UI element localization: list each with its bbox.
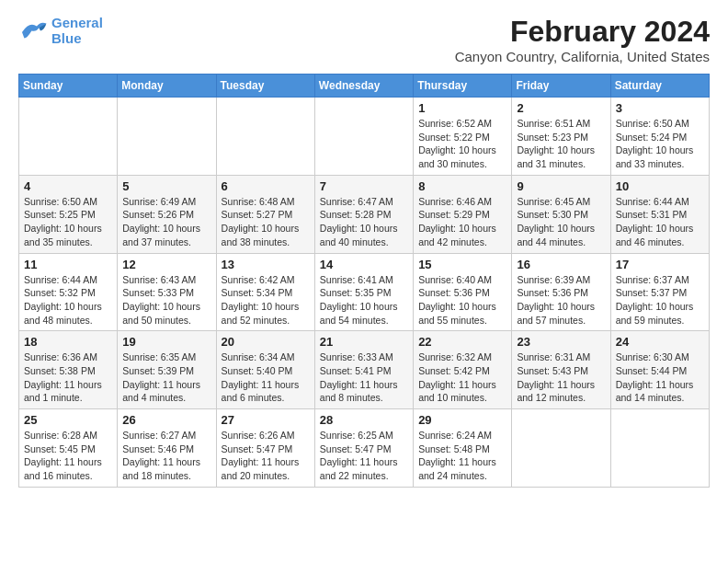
day-number: 21 [320, 335, 408, 349]
calendar-cell: 27Sunrise: 6:26 AM Sunset: 5:47 PM Dayli… [216, 409, 314, 488]
day-number: 1 [418, 101, 506, 115]
month-year-title: February 2024 [455, 15, 710, 49]
weekday-header-saturday: Saturday [610, 75, 709, 98]
day-info: Sunrise: 6:39 AM Sunset: 5:36 PM Dayligh… [517, 273, 605, 327]
calendar-cell: 5Sunrise: 6:49 AM Sunset: 5:26 PM Daylig… [118, 175, 216, 253]
day-info: Sunrise: 6:34 AM Sunset: 5:40 PM Dayligh… [222, 350, 310, 405]
day-number: 10 [616, 179, 704, 193]
calendar-table: SundayMondayTuesdayWednesdayThursdayFrid… [18, 74, 710, 488]
day-info: Sunrise: 6:45 AM Sunset: 5:30 PM Dayligh… [517, 195, 605, 249]
header: General Blue February 2024 Canyon Countr… [18, 15, 710, 64]
day-number: 20 [222, 335, 310, 349]
calendar-week-row: 25Sunrise: 6:28 AM Sunset: 5:45 PM Dayli… [19, 409, 710, 488]
calendar-cell: 24Sunrise: 6:30 AM Sunset: 5:44 PM Dayli… [610, 331, 709, 409]
title-area: February 2024 Canyon Country, California… [455, 15, 710, 64]
day-number: 2 [517, 101, 605, 115]
calendar-cell [19, 98, 118, 176]
day-number: 26 [122, 413, 210, 427]
calendar-cell: 15Sunrise: 6:40 AM Sunset: 5:36 PM Dayli… [414, 253, 512, 331]
calendar-cell [216, 98, 314, 176]
location-subtitle: Canyon Country, California, United State… [455, 49, 710, 64]
day-info: Sunrise: 6:52 AM Sunset: 5:22 PM Dayligh… [418, 117, 506, 171]
weekday-header-row: SundayMondayTuesdayWednesdayThursdayFrid… [19, 75, 710, 98]
day-number: 5 [122, 179, 210, 193]
calendar-cell: 17Sunrise: 6:37 AM Sunset: 5:37 PM Dayli… [610, 253, 709, 331]
calendar-cell: 3Sunrise: 6:50 AM Sunset: 5:24 PM Daylig… [610, 98, 709, 176]
day-info: Sunrise: 6:43 AM Sunset: 5:33 PM Dayligh… [122, 273, 210, 327]
day-number: 25 [24, 413, 112, 427]
day-info: Sunrise: 6:50 AM Sunset: 5:24 PM Dayligh… [616, 117, 704, 171]
day-number: 17 [616, 258, 704, 271]
calendar-cell: 21Sunrise: 6:33 AM Sunset: 5:41 PM Dayli… [314, 331, 413, 409]
calendar-week-row: 18Sunrise: 6:36 AM Sunset: 5:38 PM Dayli… [19, 331, 710, 409]
day-number: 27 [222, 413, 310, 427]
calendar-cell: 29Sunrise: 6:24 AM Sunset: 5:48 PM Dayli… [414, 409, 512, 488]
day-info: Sunrise: 6:50 AM Sunset: 5:25 PM Dayligh… [24, 195, 112, 249]
day-number: 19 [122, 335, 210, 349]
calendar-cell: 16Sunrise: 6:39 AM Sunset: 5:36 PM Dayli… [512, 253, 610, 331]
calendar-cell: 11Sunrise: 6:44 AM Sunset: 5:32 PM Dayli… [19, 253, 118, 331]
day-number: 12 [122, 258, 210, 271]
calendar-cell: 22Sunrise: 6:32 AM Sunset: 5:42 PM Dayli… [414, 331, 512, 409]
day-info: Sunrise: 6:25 AM Sunset: 5:47 PM Dayligh… [320, 429, 408, 483]
day-number: 22 [418, 335, 506, 349]
calendar-cell: 12Sunrise: 6:43 AM Sunset: 5:33 PM Dayli… [118, 253, 216, 331]
day-info: Sunrise: 6:32 AM Sunset: 5:42 PM Dayligh… [418, 350, 506, 405]
calendar-cell [512, 409, 610, 488]
day-info: Sunrise: 6:46 AM Sunset: 5:29 PM Dayligh… [418, 195, 506, 249]
day-info: Sunrise: 6:47 AM Sunset: 5:28 PM Dayligh… [320, 195, 408, 249]
calendar-cell [314, 98, 413, 176]
weekday-header-monday: Monday [118, 75, 216, 98]
day-info: Sunrise: 6:26 AM Sunset: 5:47 PM Dayligh… [222, 429, 310, 483]
weekday-header-friday: Friday [512, 75, 610, 98]
day-number: 9 [517, 179, 605, 193]
day-number: 28 [320, 413, 408, 427]
calendar-cell: 18Sunrise: 6:36 AM Sunset: 5:38 PM Dayli… [19, 331, 118, 409]
calendar-cell: 1Sunrise: 6:52 AM Sunset: 5:22 PM Daylig… [414, 98, 512, 176]
calendar-cell [610, 409, 709, 488]
calendar-week-row: 11Sunrise: 6:44 AM Sunset: 5:32 PM Dayli… [19, 253, 710, 331]
calendar-week-row: 1Sunrise: 6:52 AM Sunset: 5:22 PM Daylig… [19, 98, 710, 176]
day-info: Sunrise: 6:44 AM Sunset: 5:31 PM Dayligh… [616, 195, 704, 249]
calendar-cell: 14Sunrise: 6:41 AM Sunset: 5:35 PM Dayli… [314, 253, 413, 331]
calendar-cell: 25Sunrise: 6:28 AM Sunset: 5:45 PM Dayli… [19, 409, 118, 488]
calendar-cell: 19Sunrise: 6:35 AM Sunset: 5:39 PM Dayli… [118, 331, 216, 409]
day-info: Sunrise: 6:35 AM Sunset: 5:39 PM Dayligh… [122, 350, 210, 405]
day-number: 16 [517, 258, 605, 271]
day-info: Sunrise: 6:30 AM Sunset: 5:44 PM Dayligh… [616, 350, 704, 405]
calendar-cell: 6Sunrise: 6:48 AM Sunset: 5:27 PM Daylig… [216, 175, 314, 253]
day-info: Sunrise: 6:41 AM Sunset: 5:35 PM Dayligh… [320, 273, 408, 327]
day-number: 18 [24, 335, 112, 349]
calendar-cell: 28Sunrise: 6:25 AM Sunset: 5:47 PM Dayli… [314, 409, 413, 488]
calendar-cell: 23Sunrise: 6:31 AM Sunset: 5:43 PM Dayli… [512, 331, 610, 409]
calendar-cell: 20Sunrise: 6:34 AM Sunset: 5:40 PM Dayli… [216, 331, 314, 409]
day-info: Sunrise: 6:24 AM Sunset: 5:48 PM Dayligh… [418, 429, 506, 483]
day-info: Sunrise: 6:37 AM Sunset: 5:37 PM Dayligh… [616, 273, 704, 327]
logo-text: General Blue [51, 15, 103, 46]
day-number: 15 [418, 258, 506, 271]
day-info: Sunrise: 6:49 AM Sunset: 5:26 PM Dayligh… [122, 195, 210, 249]
calendar-cell: 4Sunrise: 6:50 AM Sunset: 5:25 PM Daylig… [19, 175, 118, 253]
day-number: 4 [24, 179, 112, 193]
logo-icon [18, 17, 48, 43]
day-info: Sunrise: 6:36 AM Sunset: 5:38 PM Dayligh… [24, 350, 112, 405]
calendar-cell: 13Sunrise: 6:42 AM Sunset: 5:34 PM Dayli… [216, 253, 314, 331]
day-info: Sunrise: 6:51 AM Sunset: 5:23 PM Dayligh… [517, 117, 605, 171]
calendar-cell [118, 98, 216, 176]
calendar-cell: 9Sunrise: 6:45 AM Sunset: 5:30 PM Daylig… [512, 175, 610, 253]
day-number: 23 [517, 335, 605, 349]
calendar-cell: 2Sunrise: 6:51 AM Sunset: 5:23 PM Daylig… [512, 98, 610, 176]
day-number: 29 [418, 413, 506, 427]
weekday-header-thursday: Thursday [414, 75, 512, 98]
calendar-cell: 10Sunrise: 6:44 AM Sunset: 5:31 PM Dayli… [610, 175, 709, 253]
day-number: 7 [320, 179, 408, 193]
day-number: 6 [222, 179, 310, 193]
day-info: Sunrise: 6:42 AM Sunset: 5:34 PM Dayligh… [222, 273, 310, 327]
day-number: 14 [320, 258, 408, 271]
day-number: 24 [616, 335, 704, 349]
day-number: 13 [222, 258, 310, 271]
day-info: Sunrise: 6:27 AM Sunset: 5:46 PM Dayligh… [122, 429, 210, 483]
day-info: Sunrise: 6:28 AM Sunset: 5:45 PM Dayligh… [24, 429, 112, 483]
calendar-cell: 26Sunrise: 6:27 AM Sunset: 5:46 PM Dayli… [118, 409, 216, 488]
weekday-header-wednesday: Wednesday [314, 75, 413, 98]
